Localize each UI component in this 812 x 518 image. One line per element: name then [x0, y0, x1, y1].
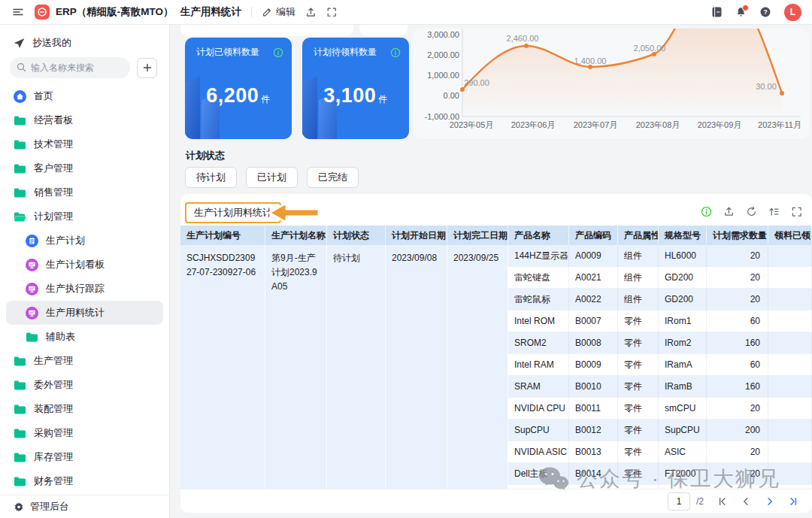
help-icon[interactable]: ? [759, 6, 771, 18]
table-row[interactable]: 144HZ显示器A0009组件HL600020 [508, 245, 812, 267]
sidebar-item[interactable]: 计划管理 [0, 204, 169, 229]
filter-planned-button[interactable]: 已计划 [246, 167, 298, 188]
info-icon[interactable] [390, 47, 401, 58]
sidebar-item[interactable]: 生产管理 [0, 349, 169, 373]
sidebar-item[interactable]: 采购管理 [0, 421, 169, 445]
sidebar-item-label: 库存管理 [34, 450, 73, 464]
column-settings-icon[interactable] [768, 206, 780, 217]
sidebar-item[interactable]: 技术管理 [0, 132, 169, 156]
issued-qty-cell [768, 420, 812, 441]
sidebar-item[interactable]: 财务管理 [0, 469, 169, 493]
plan-name-cell: 第9月-生产计划2023.9A05 [265, 245, 327, 489]
fullscreen-icon[interactable] [326, 7, 337, 17]
table-row[interactable]: Intel RAMB0009零件IRamA60 [508, 354, 812, 376]
table-row[interactable]: 雷蛇鼠标A0022组件GD20020 [508, 289, 812, 310]
column-header: 产品属性 [618, 226, 659, 245]
sidebar-item[interactable]: 销售管理 [0, 180, 169, 204]
table-row[interactable]: Dell主板B0014零件FT200020 [508, 463, 812, 485]
sidebar-item[interactable]: 经营看板 [0, 108, 169, 132]
column-header: 规格型号 [659, 226, 707, 245]
export-icon[interactable] [723, 206, 735, 217]
spec-model-cell: ASIC [659, 441, 707, 462]
issued-qty-cell [768, 332, 812, 353]
sidebar-item[interactable]: 辅助表 [0, 325, 169, 349]
product-attr-cell: 零件 [618, 463, 659, 484]
table-row[interactable]: 雷蛇键盘A0021组件GD20020 [508, 267, 812, 289]
spec-model-cell: HL6000 [659, 245, 707, 266]
product-code-cell: B0008 [569, 332, 618, 353]
table-info-icon[interactable] [701, 206, 712, 217]
sidebar-item-label: 首页 [34, 89, 53, 103]
product-attr-cell: 零件 [618, 398, 659, 419]
filter-finished-button[interactable]: 已完结 [307, 167, 359, 188]
sidebar-item[interactable]: 生产计划 [0, 229, 169, 253]
product-attr-cell: 组件 [618, 267, 659, 288]
column-header: 计划开始日期 [386, 226, 447, 245]
changelog-icon[interactable] [711, 6, 723, 18]
sidebar-item-label: 财务管理 [34, 474, 73, 488]
sidebar-item-label: 生产计划 [46, 234, 85, 247]
spec-model-cell: IRom2 [659, 332, 707, 353]
document-icon [26, 235, 38, 247]
sidebar-item[interactable]: 装配管理 [0, 397, 169, 421]
issued-qty-cell [768, 267, 812, 288]
table-row[interactable]: SROM2B0008零件IRom2160 [508, 332, 812, 354]
page-number-input[interactable]: 1 [668, 492, 690, 510]
column-header: 生产计划名称 [265, 226, 327, 245]
info-icon[interactable] [273, 47, 283, 58]
plan-status-label: 计划状态 [186, 149, 225, 162]
sidebar-item[interactable]: 客户管理 [0, 156, 169, 180]
table-row[interactable]: Intel ROMB0007零件IRom160 [508, 310, 812, 332]
spec-model-cell: IRom1 [659, 310, 707, 332]
start-date-cell: 2023/09/08 [386, 245, 447, 489]
add-button[interactable] [137, 58, 157, 78]
product-name-cell: SRAM [508, 376, 569, 397]
svg-text:0.00: 0.00 [444, 91, 459, 100]
svg-text:2,460.00: 2,460.00 [507, 34, 539, 43]
refresh-icon[interactable] [746, 206, 757, 217]
notifications-bell-icon[interactable] [735, 6, 747, 18]
product-code-cell: B0013 [569, 441, 618, 462]
page-title: 生产用料统计 [180, 5, 241, 19]
home-icon [14, 90, 26, 103]
sidebar-item[interactable]: 生产计划看板 [0, 253, 169, 277]
issued-qty-cell [768, 463, 812, 484]
sidebar-item[interactable]: 生产用料统计 [6, 301, 163, 325]
last-page-button[interactable] [785, 492, 803, 510]
sidebar-item[interactable]: 库存管理 [0, 445, 169, 469]
sidebar-nav: 首页经营看板技术管理客户管理销售管理计划管理生产计划生产计划看板生产执行跟踪生产… [0, 84, 169, 493]
admin-backend-item[interactable]: 管理后台 [0, 495, 169, 518]
table-row[interactable]: SupCPUB0012零件SupCPU200 [508, 420, 812, 441]
user-avatar[interactable]: L [784, 4, 801, 21]
sidebar-item[interactable]: 委外管理 [0, 373, 169, 397]
sidebar-item-label: 客户管理 [34, 162, 73, 175]
prev-page-button[interactable] [737, 492, 755, 510]
table-row[interactable]: NVIDIA CPUB0011零件smCPU20 [508, 398, 812, 420]
sidebar-item-label: 销售管理 [34, 186, 73, 199]
search-icon [17, 62, 26, 72]
folder-icon [14, 380, 26, 391]
search-input[interactable] [10, 57, 130, 78]
paper-plane-icon [14, 38, 25, 49]
sidebar-item[interactable]: 生产执行跟踪 [0, 277, 169, 301]
demand-qty-cell: 20 [707, 463, 768, 484]
product-name-cell: Dell主板 [508, 463, 569, 484]
table-row[interactable]: SRAMB0010零件IRamB160 [508, 376, 812, 398]
filter-pending-button[interactable]: 待计划 [185, 167, 237, 188]
product-attr-cell: 零件 [618, 376, 659, 397]
cc-me-item[interactable]: 抄送我的 [0, 32, 169, 54]
folder-icon [14, 404, 26, 415]
edit-button[interactable]: 编辑 [262, 5, 295, 19]
product-code-cell: A0021 [569, 267, 618, 288]
sidebar-collapse-icon[interactable] [12, 6, 24, 18]
share-icon[interactable] [305, 7, 317, 18]
demand-qty-cell: 200 [707, 420, 768, 441]
next-page-button[interactable] [761, 492, 779, 510]
demand-qty-cell: 20 [707, 398, 768, 419]
sidebar-item[interactable]: 首页 [0, 84, 169, 108]
first-page-button[interactable] [713, 492, 731, 510]
table-fullscreen-icon[interactable] [791, 206, 802, 217]
product-name-cell: SupCPU [508, 420, 569, 441]
product-name-cell: Intel RAM [508, 354, 569, 375]
table-row[interactable]: NVIDIA ASICB0013零件ASIC20 [508, 441, 812, 463]
